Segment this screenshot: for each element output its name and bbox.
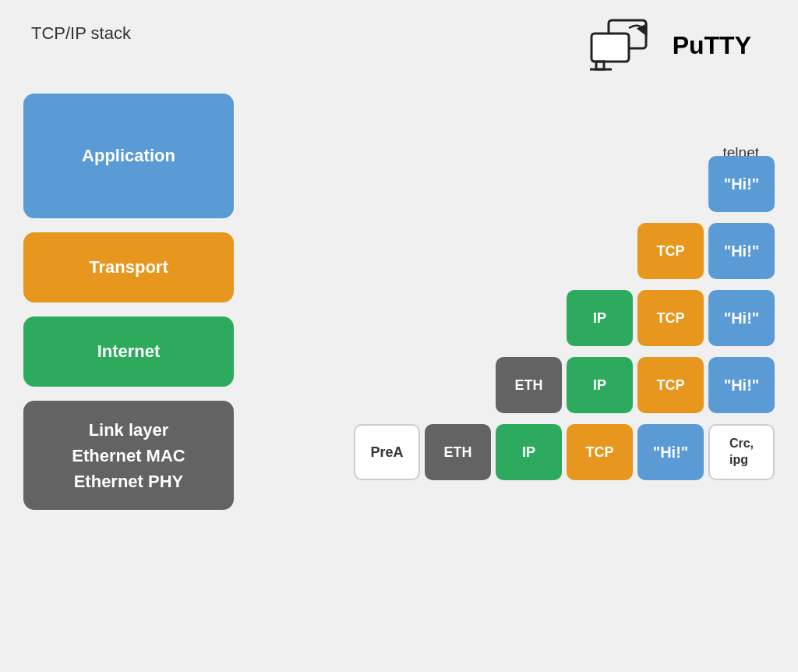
cell-hi-link2: "Hi!" xyxy=(637,424,704,480)
cell-tcp-link2: TCP xyxy=(567,424,633,480)
cell-eth-link2: ETH xyxy=(425,424,491,480)
layer-application: Application xyxy=(23,94,234,218)
svg-rect-3 xyxy=(591,34,629,62)
cell-hi-app: "Hi!" xyxy=(708,156,775,212)
main-container: TCP/IP stack PuTTY telnet Applicat xyxy=(0,0,798,672)
packet-area: "Hi!" TCP "Hi!" IP TCP "Hi!" ETH IP TCP … xyxy=(354,156,775,480)
cell-prea-link2: PreA xyxy=(354,424,420,480)
layer-link: Link layer Ethernet MAC Ethernet PHY xyxy=(23,401,234,510)
packet-row-transport: TCP "Hi!" xyxy=(637,223,775,279)
cell-ip-internet: IP xyxy=(567,290,633,346)
cell-hi-link1: "Hi!" xyxy=(708,357,775,413)
packet-row-internet: IP TCP "Hi!" xyxy=(567,290,775,346)
cell-eth-link1: ETH xyxy=(496,357,562,413)
putty-icon xyxy=(584,14,654,76)
cell-tcp-transport: TCP xyxy=(637,223,704,279)
cell-hi-internet: "Hi!" xyxy=(708,290,775,346)
cell-crc-link2: Crc,ipg xyxy=(708,424,775,480)
putty-header: PuTTY xyxy=(584,14,751,76)
layer-transport: Transport xyxy=(23,232,234,302)
tcpip-label: TCP/IP stack xyxy=(31,23,131,44)
cell-ip-link1: IP xyxy=(567,357,633,413)
putty-label: PuTTY xyxy=(673,31,751,60)
layer-internet: Internet xyxy=(23,317,234,387)
cell-ip-link2: IP xyxy=(496,424,562,480)
packet-row-app: "Hi!" xyxy=(708,156,775,212)
packet-row-link2: PreA ETH IP TCP "Hi!" Crc,ipg xyxy=(354,424,775,480)
cell-tcp-link1: TCP xyxy=(637,357,704,413)
packet-row-link1: ETH IP TCP "Hi!" xyxy=(496,357,775,413)
stack-layers: Application Transport Internet Link laye… xyxy=(23,94,234,510)
cell-hi-transport: "Hi!" xyxy=(708,223,775,279)
cell-tcp-internet: TCP xyxy=(637,290,704,346)
